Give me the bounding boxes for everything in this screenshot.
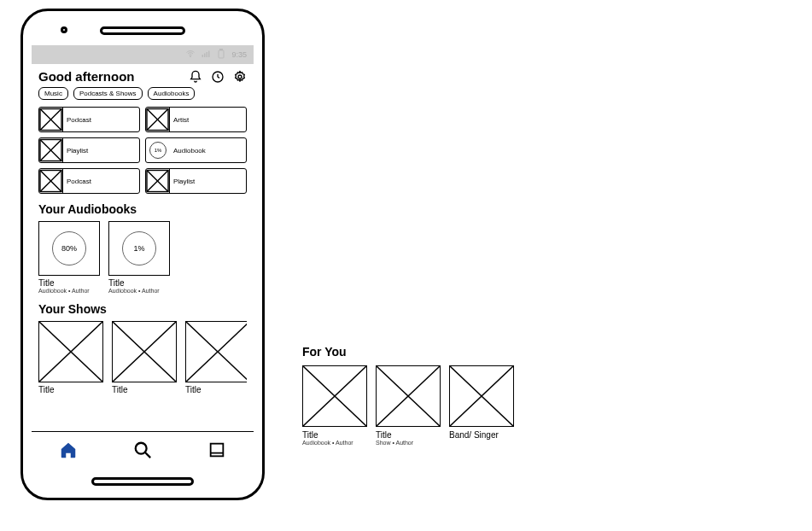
image-placeholder-icon [38,321,103,382]
foryou-card[interactable]: Title Show • Author [376,365,441,446]
svg-rect-34 [210,443,223,456]
header-action-icons [189,70,247,84]
section-title-audiobooks: Your Audiobooks [38,202,247,216]
chip-audiobooks[interactable]: Audiobooks [148,87,196,100]
section-title-shows: Your Shows [38,302,247,316]
chip-podcasts-shows[interactable]: Podcasts & Shows [73,87,143,100]
recent-item-label: Artist [170,116,189,124]
recent-item-label: Playlist [170,178,195,185]
search-icon[interactable] [133,441,152,459]
svg-point-8 [238,75,242,79]
image-placeholder-icon [146,169,170,193]
recent-item-label: Playlist [63,147,88,155]
svg-rect-6 [220,50,223,50]
bell-icon[interactable] [189,70,202,84]
svg-rect-1 [202,55,204,57]
show-card[interactable]: Title [112,321,177,394]
gear-icon[interactable] [233,70,247,84]
bottom-nav [32,431,254,467]
audiobooks-scroller[interactable]: 80% Title Audiobook • Author 1% Title Au… [38,221,247,294]
audiobook-card[interactable]: 80% Title Audiobook • Author [38,221,100,294]
card-subtitle: Audiobook • Author [108,288,170,294]
recent-item[interactable]: Podcast [38,107,140,132]
card-title: Title [185,385,247,394]
recent-item-label: Audiobook [170,147,206,155]
card-subtitle: Show • Author [376,440,441,446]
card-title: Title [376,430,441,440]
chip-music[interactable]: Music [38,87,68,100]
image-placeholder-icon [112,321,177,382]
card-title: Title [38,278,100,288]
recent-item-label: Podcast [63,116,91,124]
svg-rect-5 [219,50,224,58]
card-title: Title [38,385,103,394]
image-placeholder-icon [185,321,247,382]
shows-scroller[interactable]: Title Title Title Tit [38,321,247,394]
svg-rect-3 [207,52,208,57]
header-row: Good afternoon [38,69,247,84]
foryou-card[interactable]: Band/ Singer [449,365,514,446]
recent-grid: Podcast Artist Playlist 1% Audiobook Pod… [38,107,247,194]
recent-item[interactable]: Podcast [38,168,140,194]
for-you-panel: For You Title Audiobook • Author Title S… [302,341,558,446]
card-subtitle: Audiobook • Author [38,288,100,294]
signal-icon [201,49,211,61]
status-bar: 9:35 [32,45,254,64]
card-title: Title [108,278,170,288]
image-placeholder-icon [376,365,441,427]
recent-item-label: Podcast [63,178,91,185]
image-placeholder-icon [146,108,170,131]
progress-cover: 1% [108,221,170,276]
image-placeholder-icon [302,365,367,427]
audiobook-card[interactable]: 1% Title Audiobook • Author [108,221,170,294]
home-icon[interactable] [59,441,78,459]
image-placeholder-icon [39,138,63,162]
image-placeholder-icon [449,365,514,427]
library-icon[interactable] [207,441,226,459]
phone-screen: 9:35 Good afternoon [32,20,254,489]
show-card[interactable]: Title [185,321,247,394]
section-title-foryou: For You [302,345,558,359]
foryou-scroller[interactable]: Title Audiobook • Author Title Show • Au… [302,365,558,446]
svg-rect-4 [208,51,210,58]
battery-icon [216,49,226,61]
progress-cover: 80% [38,221,100,276]
filter-chips: Music Podcasts & Shows Audiobooks [38,87,247,100]
svg-line-33 [145,452,150,457]
svg-rect-2 [204,54,206,58]
greeting-text: Good afternoon [38,69,135,84]
card-title: Title [302,430,367,440]
foryou-card[interactable]: Title Audiobook • Author [302,365,367,446]
recent-item[interactable]: Playlist [145,168,247,194]
progress-ring-icon: 1% [122,231,156,266]
wifi-icon [185,49,196,61]
svg-point-32 [136,442,147,453]
recent-item[interactable]: 1% Audiobook [145,137,247,163]
image-placeholder-icon [39,108,63,131]
recent-item[interactable]: Playlist [38,137,140,163]
image-placeholder-icon [39,169,63,193]
progress-ring-icon: 1% [146,138,170,162]
card-subtitle: Audiobook • Author [302,440,367,446]
progress-ring-icon: 80% [52,231,86,266]
phone-device: 9:35 Good afternoon [20,9,265,500]
status-time: 9:35 [231,50,247,59]
show-card[interactable]: Title [38,321,103,394]
recent-item[interactable]: Artist [145,107,247,132]
clock-icon[interactable] [211,70,225,84]
card-title: Title [112,385,177,394]
content-area: Good afternoon Music Podcasts & Shows [32,64,254,431]
svg-point-0 [190,56,191,57]
card-title: Band/ Singer [449,430,514,440]
